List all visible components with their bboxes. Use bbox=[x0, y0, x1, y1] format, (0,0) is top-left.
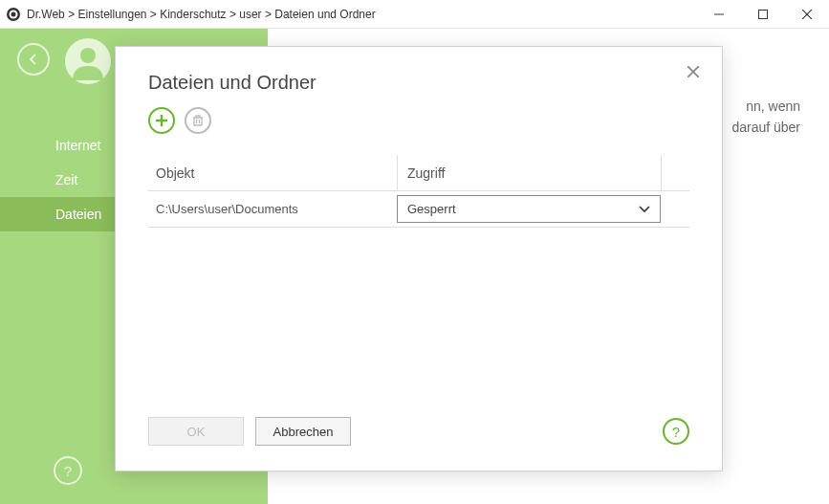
sidebar-item-label: Internet bbox=[55, 138, 100, 153]
table-row[interactable]: C:\Users\user\Documents Gesperrt bbox=[148, 191, 689, 228]
dialog-toolbar bbox=[148, 107, 689, 134]
avatar bbox=[65, 38, 111, 84]
back-button[interactable] bbox=[17, 43, 50, 76]
dialog-footer: OK Abbrechen ? bbox=[148, 417, 689, 446]
trash-icon bbox=[191, 114, 205, 127]
minimize-button[interactable] bbox=[697, 0, 741, 28]
access-select-value: Gesperrt bbox=[407, 202, 456, 216]
dialog-title: Dateien und Ordner bbox=[148, 72, 689, 94]
app-icon bbox=[6, 7, 21, 22]
add-button[interactable] bbox=[148, 107, 175, 134]
sidebar-item-label: Dateien bbox=[55, 207, 101, 222]
column-header-object[interactable]: Objekt bbox=[148, 165, 397, 181]
chevron-down-icon bbox=[639, 203, 650, 216]
dialog-help-button[interactable]: ? bbox=[663, 418, 689, 445]
column-header-spacer bbox=[661, 155, 689, 190]
maximize-button[interactable] bbox=[741, 0, 785, 28]
files-table: Objekt Zugriff C:\Users\user\Documents G… bbox=[148, 155, 689, 228]
sidebar-item-label: Zeit bbox=[55, 172, 77, 187]
svg-point-7 bbox=[80, 48, 96, 63]
close-button[interactable] bbox=[785, 0, 829, 28]
files-folders-dialog: Dateien und Ordner Objekt Zugriff C:\Use… bbox=[115, 46, 723, 471]
window-controls bbox=[697, 0, 829, 28]
titlebar-path: Dr.Web > Einstellungen > Kinderschutz > … bbox=[27, 8, 697, 21]
cancel-button[interactable]: Abbrechen bbox=[255, 417, 351, 446]
cell-object-path: C:\Users\user\Documents bbox=[148, 202, 397, 216]
background-hint: nn, wenn darauf über bbox=[731, 96, 800, 139]
delete-button[interactable] bbox=[185, 107, 211, 134]
dialog-close-button[interactable] bbox=[682, 60, 705, 83]
ok-button[interactable]: OK bbox=[148, 417, 244, 446]
help-button[interactable]: ? bbox=[54, 456, 82, 485]
access-select[interactable]: Gesperrt bbox=[397, 195, 661, 223]
table-header: Objekt Zugriff bbox=[148, 155, 689, 191]
column-header-access[interactable]: Zugriff bbox=[397, 155, 661, 190]
svg-rect-4 bbox=[759, 10, 768, 18]
titlebar: Dr.Web > Einstellungen > Kinderschutz > … bbox=[0, 0, 829, 29]
plus-icon bbox=[155, 114, 168, 127]
svg-point-2 bbox=[11, 11, 16, 16]
